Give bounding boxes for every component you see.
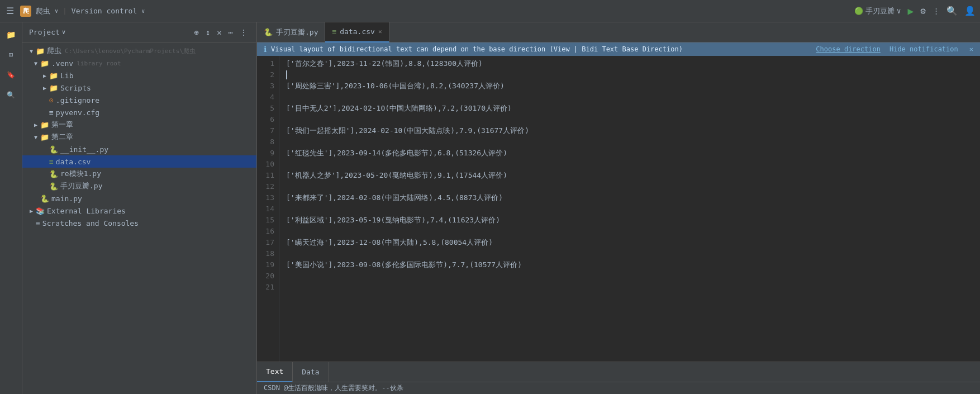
tree-item[interactable]: 🐍re模块1.py bbox=[22, 168, 256, 180]
tree-item[interactable]: ≡Scratches and Consoles bbox=[22, 217, 256, 229]
tree-item[interactable]: ▶📁Lib bbox=[22, 69, 256, 82]
code-line[interactable]: ['红毯先生'],2023-09-14(多伦多电影节),6.8,(51326人评… bbox=[286, 148, 973, 159]
code-line[interactable]: ['利益区域'],2023-05-19(戛纳电影节),7.4,(11623人评价… bbox=[286, 215, 973, 226]
tree-arrow-icon[interactable]: ▶ bbox=[31, 122, 40, 128]
tab-close-button[interactable]: ✕ bbox=[378, 28, 382, 35]
search-icon[interactable]: 🔍 bbox=[946, 6, 958, 16]
tree-file-icon: 📁 bbox=[40, 59, 49, 68]
tree-arrow-icon[interactable]: ▼ bbox=[27, 48, 36, 54]
settings-icon[interactable]: ⚙ bbox=[920, 6, 926, 16]
bottom-tab[interactable]: Text bbox=[257, 362, 293, 382]
code-text: ['美国小说'],2023-09-08(多伦多国际电影节),7.7,(10577… bbox=[286, 259, 522, 270]
hamburger-icon[interactable]: ☰ bbox=[4, 6, 16, 16]
code-line[interactable] bbox=[286, 282, 973, 293]
app-name-chevron[interactable]: ∨ bbox=[55, 8, 58, 14]
tree-item[interactable]: ≡pyvenv.cfg bbox=[22, 106, 256, 118]
editor-tab[interactable]: 🐍手刃豆瓣.py bbox=[257, 22, 325, 42]
line-number: 16 bbox=[261, 226, 274, 237]
code-text: ['利益区域'],2023-05-19(戛纳电影节),7.4,(11623人评价… bbox=[286, 215, 500, 226]
status-bar: CSDN @生活百般滋味，人生需要笑对。--伙杀 bbox=[257, 382, 980, 394]
tree-item[interactable]: ▶📚External Libraries bbox=[22, 205, 256, 217]
tree-item[interactable]: ▼📁爬虫C:\Users\lenovo\PycharmProjects\爬虫 bbox=[22, 45, 256, 57]
sidebar-title[interactable]: Project ∨ bbox=[29, 28, 65, 36]
tree-file-icon: ≡ bbox=[36, 219, 40, 227]
tree-item-label: 爬虫 bbox=[47, 46, 61, 56]
code-line[interactable]: ['瞒天过海'],2023-12-08(中国大陆),5.8,(80054人评价) bbox=[286, 237, 973, 248]
tree-arrow-icon[interactable]: ▶ bbox=[27, 208, 36, 214]
info-bar: ℹ Visual layout of bidirectional text ca… bbox=[257, 42, 980, 56]
close-infobar-button[interactable]: ✕ bbox=[969, 45, 973, 53]
code-content[interactable]: ['首尔之春'],2023-11-22(韩国),8.8,(128300人评价)[… bbox=[279, 56, 980, 362]
tree-item[interactable]: ≡data.csv bbox=[22, 155, 256, 168]
code-line[interactable]: ['美国小说'],2023-09-08(多伦多国际电影节),7.7,(10577… bbox=[286, 259, 973, 270]
line-number: 15 bbox=[261, 215, 274, 226]
code-text: ['目中无人2'],2024-02-10(中国大陆网络),7.2,(30170人… bbox=[286, 103, 512, 114]
code-line[interactable] bbox=[286, 69, 973, 80]
tree-item-extra: library root bbox=[77, 60, 121, 67]
bottom-tab[interactable]: Data bbox=[293, 362, 329, 382]
find-panel-icon[interactable]: 🔍 bbox=[3, 87, 19, 103]
close-sidebar-button[interactable]: ✕ bbox=[215, 27, 223, 38]
tree-arrow-icon[interactable]: ▼ bbox=[31, 60, 40, 67]
code-line[interactable]: ['我们一起摇太阳'],2024-02-10(中国大陆点映),7.9,(3167… bbox=[286, 125, 973, 136]
tree-item[interactable]: ▼📁第二章 bbox=[22, 131, 256, 143]
bookmarks-icon[interactable]: 🔖 bbox=[3, 67, 19, 83]
expand-collapse-button[interactable]: ↕ bbox=[203, 27, 212, 38]
line-number: 17 bbox=[261, 237, 274, 248]
tree-item[interactable]: 🐍手刃豆瓣.py bbox=[22, 180, 256, 192]
app-name-label[interactable]: 爬虫 bbox=[36, 6, 50, 16]
sidebar-more-button[interactable]: ⋯ bbox=[226, 27, 235, 38]
code-line[interactable]: ['周处除三害'],2023-10-06(中国台湾),8.2,(340237人评… bbox=[286, 80, 973, 92]
code-line[interactable] bbox=[286, 181, 973, 192]
tree-item-label: 手刃豆瓣.py bbox=[60, 181, 102, 191]
code-line[interactable]: ['机器人之梦'],2023-05-20(戛纳电影节),9.1,(17544人评… bbox=[286, 170, 973, 181]
code-line[interactable]: ['目中无人2'],2024-02-10(中国大陆网络),7.2,(30170人… bbox=[286, 103, 973, 114]
tree-file-icon: ≡ bbox=[49, 108, 54, 117]
code-line[interactable] bbox=[286, 248, 973, 259]
more-icon[interactable]: ⋮ bbox=[933, 7, 940, 15]
tree-arrow-icon[interactable]: ▶ bbox=[40, 73, 49, 79]
code-line[interactable]: ['首尔之春'],2023-11-22(韩国),8.8,(128300人评价) bbox=[286, 58, 973, 69]
tree-item-label: 第二章 bbox=[51, 132, 73, 142]
code-line[interactable] bbox=[286, 270, 973, 282]
tree-arrow-icon[interactable]: ▼ bbox=[31, 134, 40, 140]
tree-item[interactable]: ▶📁Scripts bbox=[22, 82, 256, 94]
profile-label[interactable]: 🟢 手刃豆瓣 ∨ bbox=[854, 6, 901, 16]
code-text: ['我们一起摇太阳'],2024-02-10(中国大陆点映),7.9,(3167… bbox=[286, 125, 529, 136]
hide-notification-link[interactable]: Hide notification bbox=[889, 45, 958, 53]
code-line[interactable] bbox=[286, 159, 973, 170]
code-line[interactable]: ['来都来了'],2024-02-08(中国大陆网络),4.5,(8873人评价… bbox=[286, 192, 973, 203]
code-line[interactable] bbox=[286, 92, 973, 103]
tree-file-icon: 📚 bbox=[36, 207, 45, 215]
code-line[interactable] bbox=[286, 136, 973, 148]
version-control-chevron[interactable]: ∨ bbox=[141, 8, 145, 14]
line-number: 6 bbox=[261, 114, 274, 125]
editor-tab[interactable]: ≡data.csv✕ bbox=[325, 22, 389, 42]
code-line[interactable] bbox=[286, 226, 973, 237]
tree-item[interactable]: 🐍__init__.py bbox=[22, 143, 256, 155]
run-icon[interactable]: ▶ bbox=[908, 5, 914, 17]
code-line[interactable] bbox=[286, 203, 973, 215]
sidebar-tree: ▼📁爬虫C:\Users\lenovo\PycharmProjects\爬虫▼📁… bbox=[22, 42, 256, 394]
sidebar-dots-button[interactable]: ⋮ bbox=[237, 27, 250, 38]
line-number: 5 bbox=[261, 103, 274, 114]
user-icon[interactable]: 👤 bbox=[964, 6, 976, 16]
line-number: 19 bbox=[261, 259, 274, 270]
structure-icon[interactable]: ⊞ bbox=[3, 47, 19, 63]
tree-file-icon: ⊙ bbox=[49, 96, 54, 105]
code-area[interactable]: 123456789101112131415161718192021 ['首尔之春… bbox=[257, 56, 980, 362]
tree-item[interactable]: ▼📁.venvlibrary root bbox=[22, 57, 256, 69]
version-control-label[interactable]: Version control bbox=[72, 7, 137, 15]
tree-arrow-icon[interactable]: ▶ bbox=[40, 85, 49, 91]
tree-item[interactable]: ▶📁第一章 bbox=[22, 118, 256, 131]
tree-item-label: 第一章 bbox=[51, 120, 73, 130]
locate-file-button[interactable]: ⊕ bbox=[192, 27, 201, 38]
tree-item[interactable]: 🐍main.py bbox=[22, 192, 256, 205]
sidebar-header: Project ∨ ⊕ ↕ ✕ ⋯ ⋮ bbox=[22, 22, 256, 42]
tree-item[interactable]: ⊙.gitignore bbox=[22, 94, 256, 106]
code-line[interactable] bbox=[286, 114, 973, 125]
cursor-caret bbox=[286, 70, 287, 79]
project-panel-icon[interactable]: 📁 bbox=[3, 27, 19, 42]
choose-direction-link[interactable]: Choose direction bbox=[816, 45, 881, 53]
line-number: 4 bbox=[261, 92, 274, 103]
